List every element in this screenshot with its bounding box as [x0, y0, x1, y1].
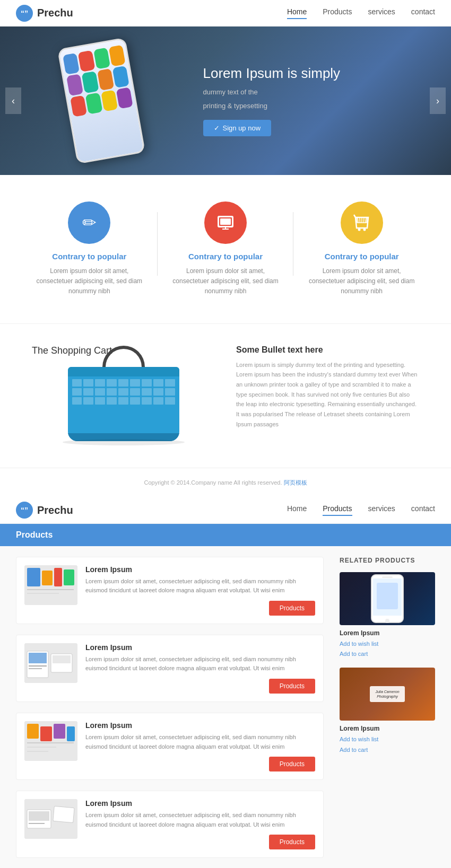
basket-slot	[142, 397, 152, 405]
feature-desc-2: Lorem ipsum dolor sit amet, consectetuer…	[168, 266, 283, 297]
cart-left: The Shopping Cart	[32, 345, 215, 446]
basket-slot	[142, 379, 152, 387]
svg-line-6	[354, 215, 355, 217]
nav-links-1: Home Products services contact	[287, 7, 435, 19]
related-title: RELATED PRODUCTS	[340, 557, 435, 564]
related-img-1	[340, 572, 435, 625]
svg-line-10	[363, 217, 364, 223]
product-desc-3: Lorem ipsum dolor sit amet, consectetuer…	[85, 733, 315, 751]
hero-section: ‹ Lorem Ipsum is simply dummy text of th…	[0, 27, 451, 175]
basket-grid	[68, 376, 179, 407]
app-icon-6	[82, 72, 99, 93]
svg-rect-27	[53, 655, 71, 663]
navbar-2: “” Prechu Home Products services contact	[0, 497, 451, 524]
product-desc-2: Lorem ipsum dolor sit amet, consectetuer…	[85, 655, 315, 673]
product-thumb-1	[24, 565, 77, 605]
products-list: Lorem Ipsum Lorem ipsum dolor sit amet, …	[16, 557, 324, 858]
product-item-2: Lorem Ipsum Lorem ipsum dolor sit amet, …	[16, 635, 324, 702]
app-icon-11	[101, 90, 118, 111]
basket-slot	[165, 388, 175, 396]
hero-line2: printing & typesetting	[203, 101, 420, 112]
feature-desc-3: Lorem ipsum dolor sit amet, consectetuer…	[304, 266, 419, 297]
basket-slot	[83, 397, 93, 405]
hero-prev-button[interactable]: ‹	[5, 87, 21, 114]
nav2-contact[interactable]: contact	[411, 504, 435, 516]
basket-slot	[95, 379, 105, 387]
nav-links-2: Home Products services contact	[287, 504, 435, 516]
product-title-3: Lorem Ipsum	[85, 721, 315, 730]
product-thumb-3	[24, 721, 77, 761]
related-cart-1[interactable]: Add to cart	[340, 649, 435, 660]
app-icon-1	[63, 53, 80, 75]
basket-slot	[118, 388, 128, 396]
nav-contact-1[interactable]: contact	[411, 7, 435, 19]
feature-desc-1: Lorem ipsum dolor sit amet, consectetuer…	[32, 266, 147, 297]
product-btn-1[interactable]: Products	[269, 601, 315, 616]
product-item-3: Lorem Ipsum Lorem ipsum dolor sit amet, …	[16, 713, 324, 780]
nav2-services[interactable]: services	[368, 504, 395, 516]
product-thumb-2	[24, 643, 77, 683]
footer1-link[interactable]: 阿页模板	[284, 479, 307, 486]
photo-card: Julia CameronPhotography	[370, 686, 404, 702]
cart-section: The Shopping Cart	[0, 323, 451, 468]
hero-next-button[interactable]: ›	[430, 87, 446, 114]
svg-rect-29	[27, 724, 39, 739]
app-icon-5	[66, 74, 83, 96]
related-wishlist-2[interactable]: Add to wish list	[340, 734, 435, 745]
feature-3: Contrary to popular Lorem ipsum dolor si…	[293, 201, 430, 297]
svg-rect-31	[54, 724, 65, 739]
svg-rect-32	[67, 726, 75, 741]
svg-line-7	[358, 217, 358, 223]
basket-slot	[118, 379, 128, 387]
footer-1: Copyright © 2014.Company name All rights…	[0, 468, 451, 497]
basket-slot	[142, 388, 152, 396]
svg-rect-18	[64, 569, 74, 585]
features-section: ✏ Contrary to popular Lorem ipsum dolor …	[0, 175, 451, 323]
app-icon-10	[85, 92, 102, 114]
basket-slot	[153, 388, 163, 396]
basket-slot	[165, 379, 175, 387]
hero-text-area: Lorem Ipsum is simply dummy text of the …	[203, 65, 452, 136]
basket-slot	[72, 379, 82, 387]
product-info-3: Lorem Ipsum Lorem ipsum dolor sit amet, …	[85, 721, 315, 771]
related-cart-2[interactable]: Add to cart	[340, 745, 435, 756]
svg-point-13	[363, 229, 366, 231]
nav-home-1[interactable]: Home	[287, 7, 307, 19]
basket-slot	[153, 379, 163, 387]
basket-slot	[130, 397, 140, 405]
product-btn-4[interactable]: Products	[269, 835, 315, 849]
basket-slot	[83, 388, 93, 396]
svg-rect-34	[27, 747, 56, 748]
related-item-title-2: Lorem Ipsum	[340, 725, 435, 732]
logo-icon-2: “”	[16, 502, 33, 519]
svg-rect-45	[382, 576, 393, 578]
product-btn-2[interactable]: Products	[269, 679, 315, 694]
product-item-1: Lorem Ipsum Lorem ipsum dolor sit amet, …	[16, 557, 324, 624]
app-icon-3	[93, 48, 110, 69]
app-icon-4	[109, 45, 126, 67]
svg-rect-19	[27, 589, 74, 590]
related-wishlist-1[interactable]: Add to wish list	[340, 639, 435, 650]
product-btn-3[interactable]: Products	[269, 757, 315, 771]
nav-products-1[interactable]: Products	[323, 7, 352, 19]
svg-point-12	[358, 229, 360, 231]
svg-rect-5	[220, 218, 231, 225]
checkmark-icon: ✓	[214, 124, 220, 132]
basket-slot	[130, 388, 140, 396]
svg-rect-16	[42, 571, 53, 585]
app-icon-2	[78, 50, 95, 72]
nav2-home[interactable]: Home	[287, 504, 307, 516]
hero-title: Lorem Ipsum is simply	[203, 65, 420, 82]
svg-line-11	[366, 217, 366, 223]
product-desc-1: Lorem ipsum dolor sit amet, consectetuer…	[85, 577, 315, 595]
signup-button[interactable]: ✓ Sign up now	[203, 120, 272, 136]
svg-rect-23	[29, 653, 47, 663]
feature-title-3: Contrary to popular	[304, 252, 419, 261]
product-title-2: Lorem Ipsum	[85, 643, 315, 652]
feature-2: Contrary to popular Lorem ipsum dolor si…	[158, 201, 294, 297]
product-info-1: Lorem Ipsum Lorem ipsum dolor sit amet, …	[85, 565, 315, 616]
nav-services-1[interactable]: services	[368, 7, 395, 19]
nav2-products[interactable]: Products	[323, 504, 352, 516]
product-thumb-4	[24, 799, 77, 839]
svg-rect-35	[27, 751, 48, 752]
